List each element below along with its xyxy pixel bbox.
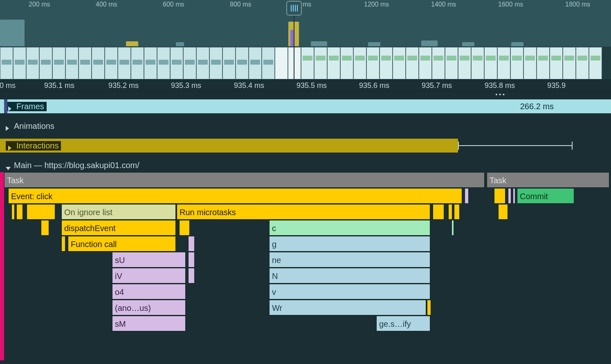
flame-slice[interactable]: [188, 236, 195, 252]
chevron-down-icon: [6, 163, 11, 168]
flame-commit[interactable]: Commit: [517, 188, 574, 204]
zoom-tick: 5.0 ms: [0, 81, 16, 90]
flame-slice[interactable]: [61, 236, 65, 252]
zoom-tick: 935.4 ms: [234, 81, 264, 90]
flame-slice[interactable]: [11, 204, 15, 220]
flame-slice[interactable]: [513, 188, 515, 204]
flame-sU[interactable]: sU: [112, 252, 186, 267]
flame-slice[interactable]: [508, 188, 511, 204]
zoom-ruler[interactable]: 5.0 ms 935.1 ms 935.2 ms 935.3 ms 935.4 …: [0, 80, 611, 92]
flame-anon[interactable]: (ano…us): [112, 300, 186, 315]
flame-slice[interactable]: [498, 204, 508, 220]
animations-track-header[interactable]: Animations: [0, 119, 611, 133]
flame-chart[interactable]: Task Task Event: click Commit On ignore …: [0, 172, 611, 360]
flame-event-click[interactable]: Event: click: [8, 188, 462, 204]
interactions-track-header[interactable]: Interactions: [0, 139, 458, 153]
flame-N[interactable]: N: [269, 268, 430, 283]
flame-slice[interactable]: [465, 188, 469, 204]
flame-function-call[interactable]: Function call: [68, 236, 176, 252]
chevron-right-icon: [8, 104, 13, 109]
zoom-tick: 935.6 ms: [359, 81, 389, 90]
flame-slice[interactable]: [179, 220, 190, 236]
flame-slice[interactable]: [16, 204, 23, 220]
zoom-tick: 935.3 ms: [171, 81, 201, 90]
main-track-header[interactable]: Main — https://blog.sakupi01.com/: [0, 158, 611, 172]
chevron-right-icon: [6, 124, 11, 128]
flame-slice[interactable]: [188, 252, 195, 267]
zoom-tick: 935.7 ms: [422, 81, 452, 90]
chevron-right-icon: [8, 143, 13, 148]
flame-sM[interactable]: sM: [112, 316, 186, 331]
zoom-tick: 935.2 ms: [108, 81, 139, 90]
interactions-whisker: [458, 145, 573, 146]
frames-duration: 266.2 ms: [520, 102, 554, 111]
zoom-tick: 935.5 ms: [297, 81, 327, 90]
filmstrip[interactable]: [0, 47, 611, 80]
flame-slice[interactable]: [494, 188, 505, 204]
flame-ne[interactable]: ne: [269, 252, 430, 267]
flame-ignore-list[interactable]: On ignore list: [61, 204, 176, 220]
zoom-tick: 935.8 ms: [485, 81, 515, 90]
overview-timeline[interactable]: 200 ms 400 ms 600 ms 800 ms 1000 ms 1200…: [0, 0, 611, 47]
overview-ruler[interactable]: 200 ms 400 ms 600 ms 800 ms 1000 ms 1200…: [0, 0, 611, 7]
flame-iV[interactable]: iV: [112, 268, 186, 283]
flame-g[interactable]: g: [269, 236, 430, 252]
playhead-line: [294, 16, 294, 81]
more-tracks-icon[interactable]: • • •: [0, 92, 611, 99]
frame-marker: [4, 99, 7, 113]
flame-slice[interactable]: [448, 204, 452, 220]
frames-label: Frames: [16, 102, 44, 111]
flame-c[interactable]: c: [269, 220, 430, 236]
playhead-handle[interactable]: [286, 1, 302, 16]
flame-Wr[interactable]: Wr: [269, 300, 426, 315]
flame-slice[interactable]: [188, 268, 195, 283]
flame-dispatch-event[interactable]: dispatchEvent: [61, 220, 176, 236]
flame-task[interactable]: Task: [4, 172, 485, 188]
flame-slice[interactable]: [27, 204, 55, 220]
main-label: Main — https://blog.sakupi01.com/: [14, 161, 139, 170]
overview-cpu-chart[interactable]: [0, 7, 611, 46]
zoom-tick: 935.9: [547, 81, 566, 90]
flame-slice[interactable]: [41, 220, 49, 236]
zoom-tick: 935.1 ms: [44, 81, 74, 90]
flame-o4[interactable]: o4: [112, 284, 186, 299]
animations-label: Animations: [14, 121, 54, 131]
flame-v[interactable]: v: [269, 284, 430, 299]
interactions-label: Interactions: [16, 141, 58, 151]
flame-slice[interactable]: [433, 204, 444, 220]
frames-track-header[interactable]: Frames 266.2 ms: [0, 99, 611, 113]
flame-slice[interactable]: [454, 204, 460, 220]
flame-gesify[interactable]: ge.s…ify: [376, 316, 430, 331]
flame-slice[interactable]: [452, 220, 454, 236]
flame-slice[interactable]: [427, 300, 431, 315]
flame-task[interactable]: Task: [487, 172, 609, 188]
flame-run-microtasks[interactable]: Run microtasks: [177, 204, 430, 220]
